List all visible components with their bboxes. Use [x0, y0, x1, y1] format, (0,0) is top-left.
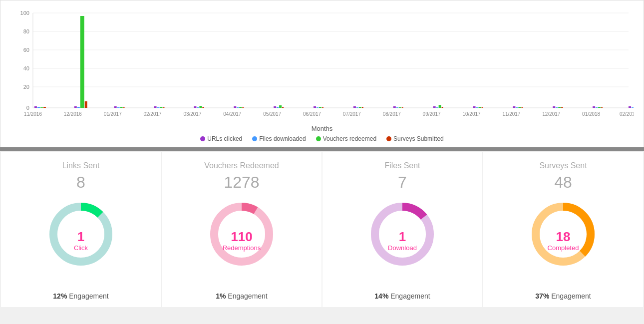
links-sent-center: 1 Click [74, 230, 88, 252]
svg-rect-49 [234, 106, 236, 108]
svg-rect-43 [160, 107, 163, 108]
svg-rect-70 [436, 107, 438, 108]
svg-rect-72 [442, 107, 443, 108]
svg-rect-82 [556, 107, 558, 108]
chart-legend: URLs clicked Files downloaded Vouchers r… [10, 135, 634, 142]
legend-vouchers: Vouchers redeemed [316, 135, 376, 142]
svg-rect-86 [596, 107, 598, 108]
svg-rect-59 [319, 107, 322, 108]
svg-text:04/2017: 04/2017 [223, 111, 242, 117]
svg-rect-71 [439, 105, 441, 108]
legend-urls: URLs clicked [200, 135, 242, 142]
svg-text:06/2017: 06/2017 [303, 111, 322, 117]
vouchers-value: 110 [223, 230, 261, 243]
svg-rect-78 [516, 107, 518, 108]
svg-rect-80 [521, 107, 523, 108]
surveys-total: 48 [554, 173, 572, 192]
svg-rect-34 [77, 107, 80, 108]
legend-files: Files downloaded [252, 135, 306, 142]
files-pct: 14% [374, 292, 388, 300]
surveys-title: Surveys Sent [539, 161, 587, 170]
surveys-card: Surveys Sent 48 18 Completed 37% Engagem… [483, 152, 643, 307]
svg-rect-79 [518, 107, 521, 108]
svg-text:10/2017: 10/2017 [462, 111, 481, 117]
svg-text:60: 60 [23, 47, 29, 53]
vouchers-donut: 110 Redemptions [204, 197, 279, 285]
svg-rect-62 [356, 107, 358, 108]
svg-rect-61 [353, 106, 356, 108]
svg-rect-47 [199, 106, 202, 108]
svg-rect-45 [194, 106, 196, 108]
legend-dot-surveys [386, 136, 391, 141]
files-value: 1 [388, 230, 417, 243]
surveys-engagement-label: Engagement [551, 292, 591, 300]
svg-rect-51 [239, 107, 242, 108]
svg-rect-44 [163, 107, 165, 108]
legend-label-vouchers: Vouchers redeemed [323, 135, 376, 142]
chart-container: 100 80 60 40 20 0 11/2016 12/2016 01/201… [0, 0, 644, 147]
svg-rect-84 [561, 107, 563, 108]
links-sent-donut: 1 Click [43, 197, 118, 285]
links-sent-engagement-label: Engagement [69, 292, 108, 300]
links-sent-card: Links Sent 8 1 Click 12% Engagement [1, 152, 161, 307]
section-divider [0, 147, 644, 151]
files-center: 1 Download [388, 230, 417, 252]
svg-rect-35 [80, 16, 84, 108]
vouchers-title: Vouchers Redeemed [204, 161, 279, 170]
files-total: 7 [398, 173, 407, 192]
legend-label-surveys: Surveys Submitted [393, 135, 444, 142]
legend-surveys: Surveys Submitted [386, 135, 444, 142]
svg-rect-60 [322, 107, 323, 108]
svg-text:07/2017: 07/2017 [343, 111, 361, 117]
svg-rect-83 [558, 107, 561, 108]
vouchers-engagement: 1% Engagement [216, 292, 268, 300]
svg-rect-56 [282, 107, 284, 108]
x-axis-title: Months [10, 125, 634, 132]
svg-rect-69 [433, 106, 436, 108]
svg-rect-64 [362, 107, 363, 108]
svg-rect-77 [513, 106, 515, 108]
files-donut: 1 Download [365, 197, 440, 285]
svg-rect-55 [279, 105, 282, 108]
svg-rect-81 [553, 106, 555, 108]
legend-dot-files [252, 136, 257, 141]
svg-text:01/2018: 01/2018 [582, 111, 601, 117]
svg-rect-63 [359, 107, 361, 108]
svg-rect-88 [601, 107, 603, 108]
svg-rect-42 [157, 107, 160, 108]
svg-rect-58 [317, 107, 319, 108]
svg-text:05/2017: 05/2017 [263, 111, 282, 117]
svg-text:02/2017: 02/2017 [144, 111, 162, 117]
svg-text:100: 100 [20, 10, 29, 16]
svg-text:0: 0 [26, 105, 29, 111]
svg-rect-29 [34, 106, 37, 108]
svg-text:80: 80 [23, 28, 29, 34]
svg-rect-73 [473, 106, 476, 108]
stats-cards-row: Links Sent 8 1 Click 12% Engagement Vouc… [0, 151, 644, 308]
svg-text:09/2017: 09/2017 [423, 111, 441, 117]
svg-rect-46 [197, 107, 199, 108]
svg-text:12/2016: 12/2016 [64, 111, 82, 117]
links-sent-value: 1 [74, 230, 88, 243]
svg-rect-52 [242, 107, 244, 108]
svg-rect-75 [478, 107, 481, 108]
vouchers-engagement-label: Engagement [228, 292, 267, 300]
svg-rect-89 [629, 106, 631, 108]
legend-dot-vouchers [316, 136, 321, 141]
bar-chart: 100 80 60 40 20 0 11/2016 12/2016 01/201… [10, 8, 634, 123]
legend-label-urls: URLs clicked [207, 135, 242, 142]
svg-rect-33 [74, 106, 77, 108]
legend-label-files: Files downloaded [259, 135, 306, 142]
svg-rect-39 [120, 107, 123, 108]
vouchers-card: Vouchers Redeemed 1278 110 Redemptions 1… [162, 152, 322, 307]
legend-dot-urls [200, 136, 205, 141]
svg-text:11/2016: 11/2016 [24, 111, 42, 117]
svg-rect-76 [481, 107, 483, 108]
files-card: Files Sent 7 1 Download 14% Engagement [322, 152, 482, 307]
svg-rect-37 [114, 106, 117, 108]
svg-text:40: 40 [23, 65, 29, 71]
svg-rect-68 [402, 107, 403, 108]
surveys-label: Completed [548, 244, 579, 252]
svg-text:08/2017: 08/2017 [383, 111, 401, 117]
links-sent-label: Click [74, 244, 88, 252]
